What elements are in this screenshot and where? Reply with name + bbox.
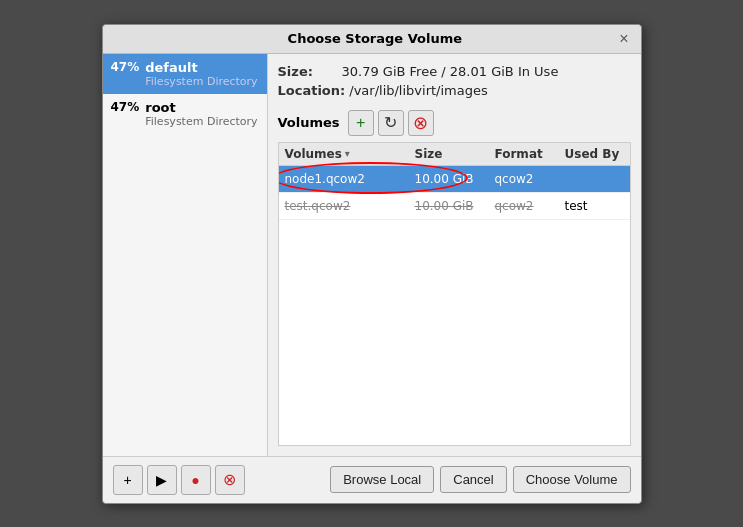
table-row[interactable]: node1.qcow2 10.00 GiB qcow2 [279,166,630,193]
vol-used-by: test [559,196,630,216]
vol-used-by [559,169,630,189]
table-row[interactable]: test.qcow2 10.00 GiB qcow2 test [279,193,630,220]
col-size: Size [409,143,489,165]
delete-volume-button[interactable]: ⊗ [408,110,434,136]
add-volume-button[interactable]: + [348,110,374,136]
storage-info: default Filesystem Directory [145,60,257,88]
delete-pool-button[interactable]: ⊗ [215,465,245,495]
storage-info: root Filesystem Directory [145,100,257,128]
stop-pool-button[interactable]: ● [181,465,211,495]
table-body: node1.qcow2 10.00 GiB qcow2 test.qcow2 1… [279,166,630,220]
col-format: Format [489,143,559,165]
left-panel: 47% default Filesystem Directory 47% roo… [103,54,268,456]
storage-type: Filesystem Directory [145,75,257,88]
dialog-title: Choose Storage Volume [133,31,618,46]
storage-name: root [145,100,257,115]
storage-item-default[interactable]: 47% default Filesystem Directory [103,54,267,94]
storage-name: default [145,60,257,75]
vol-format: qcow2 [489,196,559,216]
choose-volume-button[interactable]: Choose Volume [513,466,631,493]
browse-local-button[interactable]: Browse Local [330,466,434,493]
col-volumes[interactable]: Volumes ▾ [279,143,409,165]
bottom-toolbar: + ▶ ● ⊗ Browse Local Cancel Choose Volum… [103,456,641,503]
volumes-label: Volumes [278,115,340,130]
storage-type: Filesystem Directory [145,115,257,128]
size-label: Size: [278,64,338,79]
vol-name: test.qcow2 [279,196,409,216]
vol-size: 10.00 GiB [409,169,489,189]
volumes-toolbar: Volumes + ↻ ⊗ [278,110,631,136]
vol-name: node1.qcow2 [279,169,409,189]
storage-pct: 47% [111,60,140,74]
vol-format: qcow2 [489,169,559,189]
start-pool-button[interactable]: ▶ [147,465,177,495]
storage-pct: 47% [111,100,140,114]
size-row: Size: 30.79 GiB Free / 28.01 GiB In Use [278,64,631,79]
refresh-button[interactable]: ↻ [378,110,404,136]
right-panel: Size: 30.79 GiB Free / 28.01 GiB In Use … [268,54,641,456]
location-label: Location: [278,83,346,98]
sort-arrow: ▾ [345,148,350,159]
location-row: Location: /var/lib/libvirt/images [278,83,631,98]
add-pool-button[interactable]: + [113,465,143,495]
right-controls: Browse Local Cancel Choose Volume [330,466,630,493]
cancel-button[interactable]: Cancel [440,466,506,493]
volumes-table: Volumes ▾ Size Format Used By node1.qcow… [278,142,631,446]
left-controls: + ▶ ● ⊗ [113,465,245,495]
storage-item-root[interactable]: 47% root Filesystem Directory [103,94,267,134]
location-value: /var/lib/libvirt/images [349,83,488,98]
dialog-body: 47% default Filesystem Directory 47% roo… [103,54,641,456]
size-value: 30.79 GiB Free / 28.01 GiB In Use [342,64,559,79]
table-header: Volumes ▾ Size Format Used By [279,143,630,166]
vol-size: 10.00 GiB [409,196,489,216]
close-button[interactable]: × [617,31,630,47]
dialog-titlebar: Choose Storage Volume × [103,25,641,54]
col-used-by: Used By [559,143,630,165]
choose-storage-volume-dialog: Choose Storage Volume × 47% default File… [102,24,642,504]
